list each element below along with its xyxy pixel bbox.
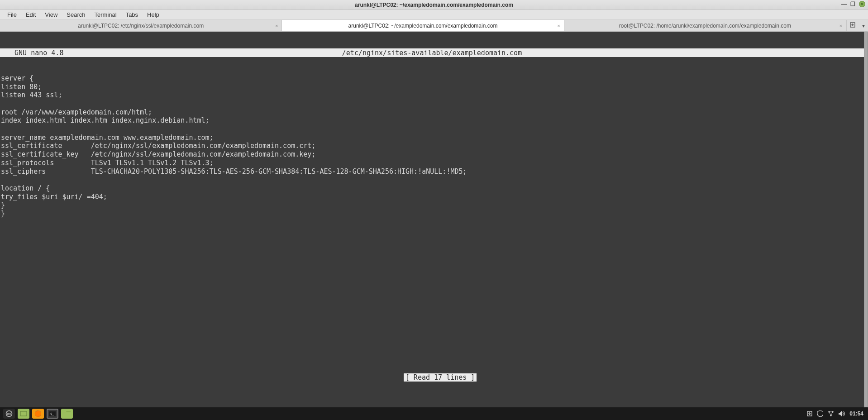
panel-clock[interactable]: 01:54 [849,410,863,417]
system-tray: 01:54 [806,410,866,417]
menu-tabs[interactable]: Tabs [121,10,143,19]
tab-menu-dropdown[interactable]: ▾ [862,23,865,29]
tab-label: arunkl@LTPC02: ~/exampledomain.com/examp… [348,23,498,29]
terminal-viewport[interactable]: GNU nano 4.8 /etc/nginx/sites-available/… [0,32,864,407]
network-icon[interactable] [828,410,834,417]
nano-shortcut-bar: ^GGet Help^OWrite Out^WWhere Is^KCut Tex… [0,390,864,407]
tab-label: root@LTPC02: /home/arunkl/exampledomain.… [619,23,791,29]
terminal-tab-0[interactable]: arunkl@LTPC02: /etc/nginx/ssl/exampledom… [0,20,282,31]
desktop-panel: lm $_ 01:54 [0,407,868,420]
vertical-scrollbar[interactable] [864,32,868,407]
menu-file[interactable]: File [3,10,21,19]
updates-icon[interactable] [806,410,813,417]
tab-close-button[interactable]: × [557,23,560,29]
terminal-launcher[interactable]: $_ [47,409,58,419]
terminal-tab-1[interactable]: arunkl@LTPC02: ~/exampledomain.com/examp… [282,20,564,31]
app-menubar: File Edit View Search Terminal Tabs Help [0,10,868,20]
menu-help[interactable]: Help [143,10,164,19]
nano-titlebar: GNU nano 4.8 /etc/nginx/sites-available/… [0,48,864,57]
firefox-launcher[interactable] [32,409,44,419]
window-close-button[interactable]: × [859,1,865,7]
window-title: arunkl@LTPC02: ~/exampledomain.com/examp… [355,2,513,8]
terminal-tabstrip: arunkl@LTPC02: /etc/nginx/ssl/exampledom… [0,20,868,32]
menu-search[interactable]: Search [62,10,90,19]
menu-edit[interactable]: Edit [21,10,40,19]
nano-filepath: /etc/nginx/sites-available/exampledomain… [109,49,755,57]
terminal-tab-2[interactable]: root@LTPC02: /home/arunkl/exampledomain.… [564,20,846,31]
tab-label: arunkl@LTPC02: /etc/nginx/ssl/exampledom… [78,23,204,29]
shield-icon[interactable] [817,410,823,417]
tab-close-button[interactable]: × [839,23,842,29]
menu-terminal[interactable]: Terminal [90,10,121,19]
start-menu-button[interactable]: lm [3,409,15,419]
nano-version: GNU nano 4.8 [0,49,109,57]
nano-buffer[interactable]: server { listen 80; listen 443 ssl; root… [0,74,864,218]
window-maximize-button[interactable]: ❐ [850,1,855,7]
window-minimize-button[interactable]: — [841,1,847,7]
svg-text:lm: lm [7,412,11,416]
nano-status-message: [ Read 17 lines ] [404,373,477,382]
scrollbar-thumb[interactable] [864,32,868,407]
menu-view[interactable]: View [40,10,62,19]
files-launcher[interactable] [61,409,73,419]
svg-rect-10 [63,412,71,416]
volume-icon[interactable] [839,411,845,416]
show-desktop-button[interactable] [18,409,29,419]
svg-rect-5 [20,411,27,416]
new-tab-button[interactable] [850,22,855,29]
svg-text:$_: $_ [50,412,54,416]
tab-close-button[interactable]: × [275,23,278,29]
window-titlebar: arunkl@LTPC02: ~/exampledomain.com/examp… [0,0,868,10]
